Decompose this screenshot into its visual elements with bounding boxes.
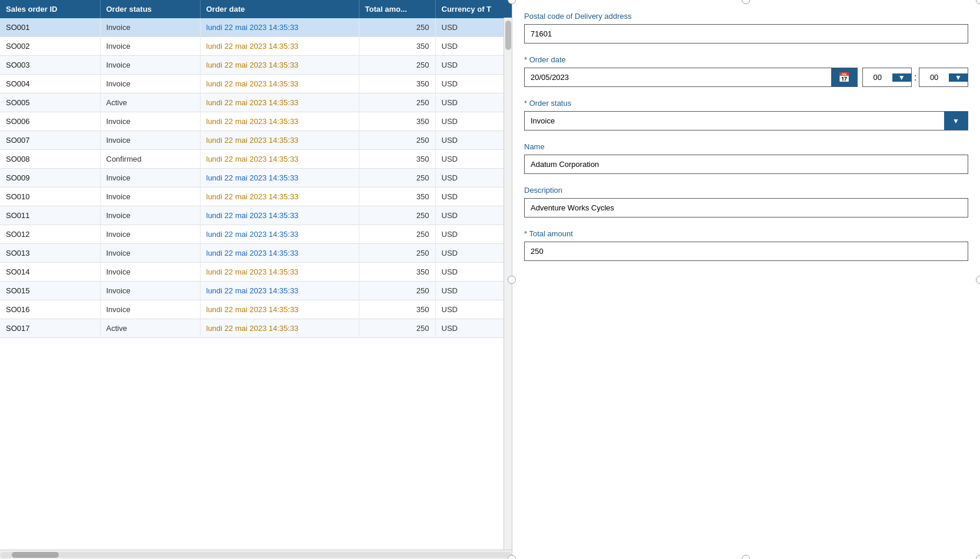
- table-row[interactable]: SO007 Invoice lundi 22 mai 2023 14:35:33…: [0, 131, 512, 150]
- cell-currency: USD: [435, 131, 512, 150]
- table-row[interactable]: SO016 Invoice lundi 22 mai 2023 14:35:33…: [0, 300, 512, 319]
- resize-handle-bottom-mid[interactable]: [742, 555, 750, 559]
- cell-date: lundi 22 mai 2023 14:35:33: [200, 75, 359, 93]
- cell-currency: USD: [435, 150, 512, 169]
- cell-date: lundi 22 mai 2023 14:35:33: [200, 263, 359, 282]
- form-panel: Postal code of Delivery address Order da…: [512, 0, 980, 559]
- cell-currency: USD: [435, 93, 512, 112]
- cell-amount: 250: [359, 244, 435, 263]
- cell-currency: USD: [435, 263, 512, 282]
- cell-date: lundi 22 mai 2023 14:35:33: [200, 319, 359, 338]
- order-status-value: Invoice: [525, 112, 944, 130]
- date-input[interactable]: [525, 68, 831, 86]
- cell-amount: 350: [359, 112, 435, 131]
- total-amount-field: Total amount: [524, 229, 968, 261]
- table-row[interactable]: SO017 Active lundi 22 mai 2023 14:35:33 …: [0, 319, 512, 338]
- table-row[interactable]: SO012 Invoice lundi 22 mai 2023 14:35:33…: [0, 225, 512, 244]
- cell-date: lundi 22 mai 2023 14:35:33: [200, 112, 359, 131]
- table-row[interactable]: SO003 Invoice lundi 22 mai 2023 14:35:33…: [0, 56, 512, 75]
- cell-amount: 250: [359, 56, 435, 75]
- cell-date: lundi 22 mai 2023 14:35:33: [200, 169, 359, 188]
- cell-date: lundi 22 mai 2023 14:35:33: [200, 131, 359, 150]
- cell-date: lundi 22 mai 2023 14:35:33: [200, 282, 359, 300]
- calendar-icon: 📅: [838, 72, 850, 83]
- cell-status: Invoice: [100, 56, 200, 75]
- resize-handle-bottom-left[interactable]: [508, 555, 516, 559]
- table-row[interactable]: SO002 Invoice lundi 22 mai 2023 14:35:33…: [0, 37, 512, 56]
- date-input-wrapper: 📅: [524, 68, 858, 87]
- minute-chevron[interactable]: ▼: [949, 73, 968, 82]
- description-input[interactable]: [524, 198, 968, 217]
- cell-id: SO001: [0, 18, 100, 37]
- cell-currency: USD: [435, 56, 512, 75]
- cell-status: Invoice: [100, 18, 200, 37]
- cell-date: lundi 22 mai 2023 14:35:33: [200, 206, 359, 225]
- table-row[interactable]: SO005 Active lundi 22 mai 2023 14:35:33 …: [0, 93, 512, 112]
- cell-amount: 250: [359, 169, 435, 188]
- cell-amount: 250: [359, 93, 435, 112]
- table-row[interactable]: SO004 Invoice lundi 22 mai 2023 14:35:33…: [0, 75, 512, 93]
- cell-currency: USD: [435, 169, 512, 188]
- resize-handle-mid-left[interactable]: [508, 276, 516, 284]
- vertical-scrollbar[interactable]: [504, 18, 512, 550]
- col-header-id[interactable]: Sales order ID: [0, 0, 100, 18]
- postal-code-label: Postal code of Delivery address: [524, 12, 968, 21]
- cell-amount: 250: [359, 319, 435, 338]
- postal-code-input[interactable]: [524, 24, 968, 43]
- hour-chevron[interactable]: ▼: [892, 73, 911, 82]
- cell-id: SO012: [0, 225, 100, 244]
- col-header-date[interactable]: Order date: [200, 0, 359, 18]
- cell-date: lundi 22 mai 2023 14:35:33: [200, 150, 359, 169]
- hour-value: 00: [863, 68, 892, 86]
- cell-id: SO016: [0, 300, 100, 319]
- cell-currency: USD: [435, 112, 512, 131]
- col-header-amount[interactable]: Total amo...: [359, 0, 435, 18]
- horizontal-scrollbar[interactable]: [0, 550, 512, 559]
- name-input[interactable]: [524, 155, 968, 174]
- table-row[interactable]: SO009 Invoice lundi 22 mai 2023 14:35:33…: [0, 169, 512, 188]
- cell-id: SO005: [0, 93, 100, 112]
- cell-id: SO011: [0, 206, 100, 225]
- resize-handle-mid-right[interactable]: [976, 276, 980, 284]
- table-row[interactable]: SO014 Invoice lundi 22 mai 2023 14:35:33…: [0, 263, 512, 282]
- cell-currency: USD: [435, 244, 512, 263]
- table-row[interactable]: SO001 Invoice lundi 22 mai 2023 14:35:33…: [0, 18, 512, 37]
- chevron-down-icon-3: ▼: [952, 117, 959, 125]
- cell-currency: USD: [435, 319, 512, 338]
- cell-amount: 250: [359, 282, 435, 300]
- total-amount-input[interactable]: [524, 242, 968, 261]
- cell-date: lundi 22 mai 2023 14:35:33: [200, 93, 359, 112]
- col-header-status[interactable]: Order status: [100, 0, 200, 18]
- cell-id: SO006: [0, 112, 100, 131]
- table-row[interactable]: SO013 Invoice lundi 22 mai 2023 14:35:33…: [0, 244, 512, 263]
- time-separator: :: [912, 72, 919, 83]
- minute-dropdown: 00 ▼: [919, 68, 968, 87]
- cell-amount: 350: [359, 75, 435, 93]
- cell-id: SO014: [0, 263, 100, 282]
- cell-id: SO003: [0, 56, 100, 75]
- calendar-button[interactable]: 📅: [831, 68, 857, 86]
- cell-date: lundi 22 mai 2023 14:35:33: [200, 300, 359, 319]
- order-status-chevron[interactable]: ▼: [944, 112, 968, 130]
- cell-amount: 250: [359, 206, 435, 225]
- cell-status: Invoice: [100, 188, 200, 206]
- table-row[interactable]: SO008 Confirmed lundi 22 mai 2023 14:35:…: [0, 150, 512, 169]
- cell-amount: 350: [359, 37, 435, 56]
- table-row[interactable]: SO011 Invoice lundi 22 mai 2023 14:35:33…: [0, 206, 512, 225]
- cell-amount: 350: [359, 150, 435, 169]
- cell-status: Invoice: [100, 112, 200, 131]
- name-label: Name: [524, 142, 968, 151]
- col-header-currency[interactable]: Currency of T: [435, 0, 512, 18]
- table-row[interactable]: SO010 Invoice lundi 22 mai 2023 14:35:33…: [0, 188, 512, 206]
- table-row[interactable]: SO006 Invoice lundi 22 mai 2023 14:35:33…: [0, 112, 512, 131]
- cell-status: Confirmed: [100, 150, 200, 169]
- cell-id: SO015: [0, 282, 100, 300]
- order-status-field: Order status Invoice ▼: [524, 99, 968, 130]
- cell-status: Invoice: [100, 300, 200, 319]
- cell-currency: USD: [435, 206, 512, 225]
- cell-currency: USD: [435, 282, 512, 300]
- chevron-down-icon-2: ▼: [955, 73, 962, 82]
- table-row[interactable]: SO015 Invoice lundi 22 mai 2023 14:35:33…: [0, 282, 512, 300]
- cell-id: SO010: [0, 188, 100, 206]
- order-date-field: Order date 📅 00 ▼ : 00: [524, 55, 968, 87]
